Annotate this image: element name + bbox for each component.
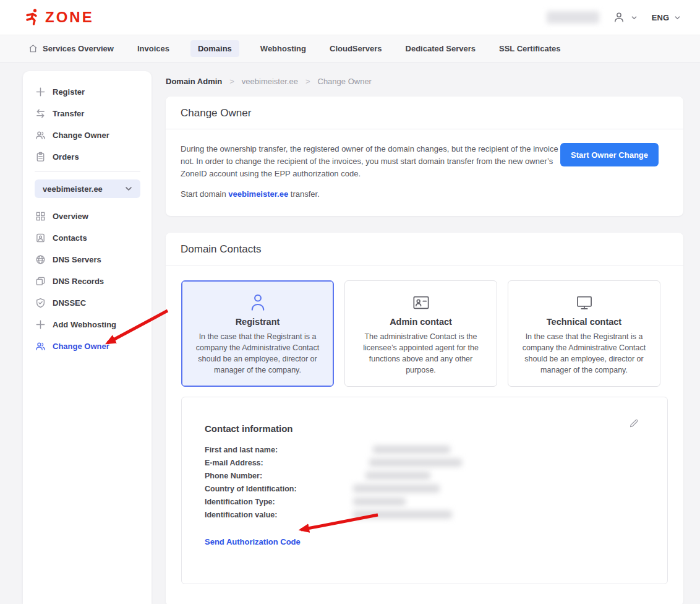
contact-type-description: In the case that the Registrant is a com… (517, 331, 651, 376)
user-menu[interactable] (613, 11, 638, 24)
change-owner-card: Change Owner During the ownership transf… (166, 97, 683, 216)
chevron-down-icon (673, 14, 681, 22)
sidebar-item-label: Orders (53, 152, 79, 162)
info-row: E-mail Address: (205, 456, 667, 469)
contact-type-description: In the case that the Registrant is a com… (190, 331, 325, 376)
nav-dedicated-servers[interactable]: Dedicated Servers (403, 40, 478, 57)
sidebar-item-label: Change Owner (53, 131, 109, 140)
info-row: Country of Identification: (205, 482, 667, 495)
info-row: Phone Number: (205, 469, 667, 482)
contact-type-technical[interactable]: Technical contact In the case that the R… (508, 280, 660, 387)
field-label: Identification Type: (205, 498, 353, 506)
sidebar-item-change-owner-active[interactable]: Change Owner (23, 335, 152, 357)
edit-pencil-icon[interactable] (629, 418, 639, 428)
sidebar-item-transfer[interactable]: Transfer (23, 103, 152, 124)
sidebar-item-label: Change Owner (53, 342, 109, 351)
field-label: E-mail Address: (205, 459, 353, 467)
sidebar-item-change-owner[interactable]: Change Owner (23, 124, 152, 146)
change-owner-description: During the ownership transfer, the regis… (181, 143, 560, 180)
nav-ssl-certificates[interactable]: SSL Certificates (497, 40, 563, 57)
sidebar-item-contacts[interactable]: Contacts (23, 227, 152, 249)
breadcrumb-current: Change Owner (318, 77, 372, 86)
redacted-value (353, 511, 452, 519)
breadcrumb-domain-admin[interactable]: Domain Admin (166, 77, 222, 86)
main-content: Domain Admin > veebimeister.ee > Change … (166, 76, 683, 604)
plus-icon (35, 319, 46, 330)
sidebar-item-label: Transfer (53, 109, 84, 118)
grid-icon (35, 211, 46, 222)
send-authorization-code-link[interactable]: Send Authorization Code (205, 537, 301, 546)
redacted-value (365, 472, 430, 480)
shield-check-icon (35, 298, 46, 309)
copies-icon (35, 276, 46, 287)
contact-card-icon (35, 233, 46, 244)
sidebar-item-label: DNSSEC (53, 298, 86, 308)
redacted-value (373, 446, 450, 454)
sidebar-item-register[interactable]: Register (23, 81, 152, 103)
zone-logo[interactable]: zone (25, 8, 94, 27)
nav-label: Dedicated Servers (406, 44, 476, 53)
start-domain-line: Start domain veebimeister.ee transfer. (181, 188, 560, 201)
nav-label: Services Overview (43, 44, 114, 53)
contact-information-title: Contact information (205, 423, 667, 434)
domain-selector[interactable]: veebimeister.ee (35, 179, 140, 198)
nav-label: CloudServers (330, 44, 382, 53)
chevron-right-icon: > (229, 77, 234, 86)
sidebar-item-dnssec[interactable]: DNSSEC (23, 292, 152, 314)
nav-cloudservers[interactable]: CloudServers (327, 40, 385, 57)
redacted-value (369, 459, 462, 467)
nav-label: Domains (198, 44, 232, 53)
runner-icon (25, 8, 41, 27)
contact-type-title: Admin contact (354, 317, 488, 327)
nav-domains[interactable]: Domains (190, 40, 239, 57)
nav-services-overview[interactable]: Services Overview (26, 40, 116, 57)
nav-label: Webhosting (260, 44, 306, 53)
info-row: First and last name: (205, 443, 667, 456)
users-icon (35, 130, 46, 141)
monitor-icon (517, 291, 651, 314)
field-label: Identification value: (205, 511, 353, 519)
domain-contacts-card: Domain Contacts Registrant In the case t… (166, 233, 683, 604)
redacted-value (353, 485, 440, 493)
nav-webhosting[interactable]: Webhosting (258, 40, 309, 57)
contact-type-description: The administrative Contact is the licens… (354, 331, 488, 376)
field-label: First and last name: (205, 446, 353, 454)
brand-name: zone (45, 9, 94, 26)
sidebar-item-orders[interactable]: Orders (23, 146, 152, 168)
breadcrumb-domain[interactable]: veebimeister.ee (242, 77, 298, 86)
app-header: zone ENG (0, 0, 700, 35)
field-label: Phone Number: (205, 472, 353, 480)
sidebar: Register Transfer Change Owner Orders ve… (23, 71, 152, 604)
sidebar-item-label: Contacts (53, 233, 87, 243)
field-label: Country of Identification: (205, 485, 353, 493)
sidebar-item-add-webhosting[interactable]: Add Webhosting (23, 314, 152, 335)
start-domain-suffix: transfer. (288, 189, 320, 199)
info-row: Identification Type: (205, 495, 667, 508)
chevron-right-icon: > (305, 77, 310, 86)
nav-invoices[interactable]: Invoices (135, 40, 172, 57)
sidebar-item-label: Overview (53, 212, 88, 221)
start-owner-change-button[interactable]: Start Owner Change (560, 143, 659, 166)
sidebar-item-label: Add Webhosting (53, 320, 116, 329)
contact-information-panel: Contact information First and last name:… (181, 397, 668, 584)
contact-type-title: Registrant (190, 317, 325, 327)
sidebar-item-overview[interactable]: Overview (23, 205, 152, 227)
sidebar-item-dns-servers[interactable]: DNS Servers (23, 249, 152, 270)
change-owner-card-title: Change Owner (166, 97, 683, 129)
plus-icon (35, 87, 46, 98)
domain-transfer-link[interactable]: veebimeister.ee (228, 189, 288, 199)
transfer-arrows-icon (35, 108, 46, 119)
contact-type-admin[interactable]: Admin contact The administrative Contact… (344, 280, 497, 387)
contact-type-registrant[interactable]: Registrant In the case that the Registra… (181, 280, 334, 387)
person-icon (190, 291, 325, 314)
sidebar-item-label: DNS Records (53, 277, 104, 286)
sidebar-item-dns-records[interactable]: DNS Records (23, 270, 152, 292)
clipboard-icon (35, 152, 46, 163)
main-nav: Services Overview Invoices Domains Webho… (0, 35, 700, 63)
globe-icon (35, 254, 46, 265)
home-icon (28, 44, 38, 53)
contact-type-row: Registrant In the case that the Registra… (181, 280, 668, 387)
sidebar-divider (35, 171, 140, 172)
language-label: ENG (652, 13, 669, 22)
language-selector[interactable]: ENG (652, 13, 681, 22)
